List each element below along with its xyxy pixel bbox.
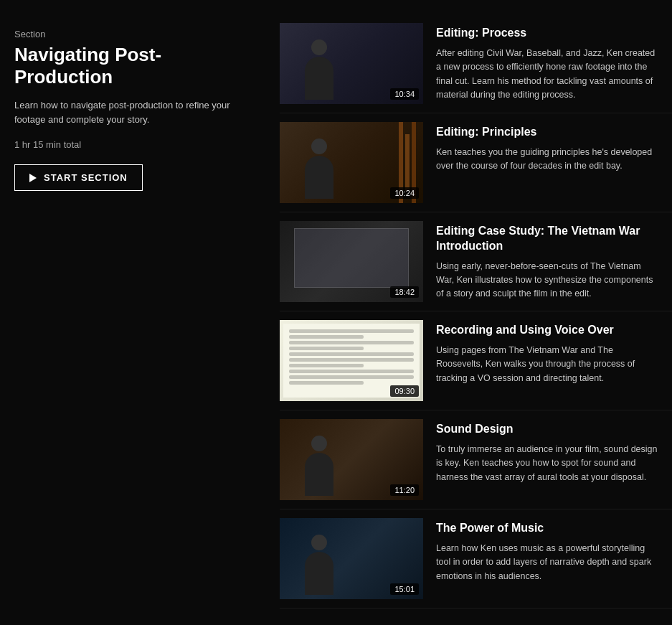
video-thumbnail: 10:34 xyxy=(280,23,423,104)
play-icon xyxy=(29,174,37,182)
section-label: Section xyxy=(14,29,258,39)
video-description: To truly immerse an audience in your fil… xyxy=(436,443,658,484)
section-duration: 1 hr 15 min total xyxy=(14,139,258,150)
section-sidebar: Section Navigating Post-Production Learn… xyxy=(0,14,280,608)
video-title: Sound Design xyxy=(436,422,658,437)
video-info: Sound Design To truly immerse an audienc… xyxy=(436,419,658,484)
video-list-item[interactable]: 09:30 Recording and Using Voice Over Usi… xyxy=(280,311,672,410)
section-description: Learn how to navigate post-production to… xyxy=(14,98,258,126)
video-list-item[interactable]: 10:24 Editing: Principles Ken teaches yo… xyxy=(280,113,672,212)
section-title: Navigating Post-Production xyxy=(14,44,258,88)
video-thumbnail: 18:42 xyxy=(280,221,423,302)
video-description: Learn how Ken uses music as a powerful s… xyxy=(436,542,658,583)
video-thumbnail: 09:30 xyxy=(280,320,423,401)
video-info: The Power of Music Learn how Ken uses mu… xyxy=(436,518,658,583)
video-info: Editing: Principles Ken teaches you the … xyxy=(436,122,658,174)
start-section-button[interactable]: START SECTION xyxy=(14,164,143,191)
video-list-item[interactable]: 18:42 Editing Case Study: The Vietnam Wa… xyxy=(280,212,672,311)
video-thumbnail: 15:01 xyxy=(280,518,423,599)
video-duration: 10:34 xyxy=(390,88,419,100)
video-title: Recording and Using Voice Over xyxy=(436,323,658,338)
video-duration: 18:42 xyxy=(390,286,419,298)
video-duration: 10:24 xyxy=(390,187,419,199)
video-info: Recording and Using Voice Over Using pag… xyxy=(436,320,658,385)
video-list-item[interactable]: 11:20 Sound Design To truly immerse an a… xyxy=(280,410,672,509)
video-duration: 09:30 xyxy=(390,385,419,397)
video-title: Editing Case Study: The Vietnam War Intr… xyxy=(436,224,658,254)
video-title: Editing: Process xyxy=(436,26,658,41)
start-button-label: START SECTION xyxy=(44,172,128,183)
video-description: Ken teaches you the guiding principles h… xyxy=(436,146,658,174)
video-thumbnail: 10:24 xyxy=(280,122,423,203)
video-info: Editing: Process After editing Civil War… xyxy=(436,23,658,102)
video-description: After editing Civil War, Baseball, and J… xyxy=(436,47,658,103)
video-duration: 15:01 xyxy=(390,583,419,595)
video-info: Editing Case Study: The Vietnam War Intr… xyxy=(436,221,658,301)
video-thumbnail: 11:20 xyxy=(280,419,423,500)
video-title: The Power of Music xyxy=(436,521,658,536)
video-list: 10:34 Editing: Process After editing Civ… xyxy=(280,14,672,608)
video-duration: 11:20 xyxy=(390,484,419,496)
video-description: Using early, never-before-seen-cuts of T… xyxy=(436,260,658,301)
video-description: Using pages from The Vietnam War and The… xyxy=(436,344,658,385)
video-title: Editing: Principles xyxy=(436,125,658,140)
video-list-item[interactable]: 15:01 The Power of Music Learn how Ken u… xyxy=(280,509,672,608)
video-list-item[interactable]: 10:34 Editing: Process After editing Civ… xyxy=(280,14,672,113)
